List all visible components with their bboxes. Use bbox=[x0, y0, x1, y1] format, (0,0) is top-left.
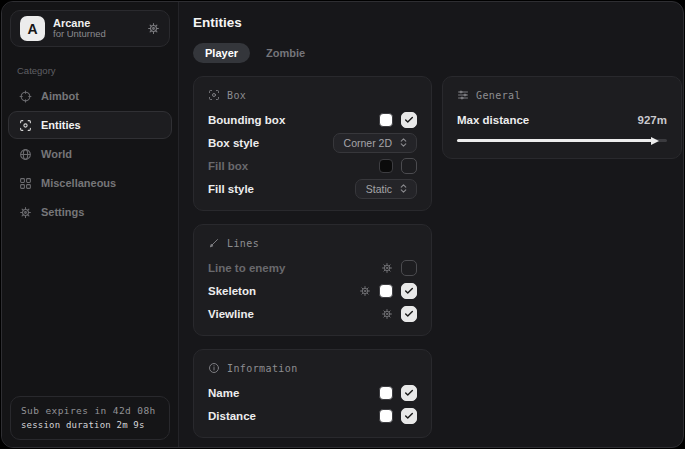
row-settings-gear-icon[interactable] bbox=[359, 285, 371, 297]
sidebar-item-settings[interactable]: Settings bbox=[8, 198, 172, 226]
gear-icon bbox=[19, 206, 32, 219]
sidebar-item-label: Miscellaneous bbox=[41, 177, 116, 189]
fill-style-dropdown[interactable]: Static bbox=[355, 179, 417, 199]
sidebar-item-label: Settings bbox=[41, 206, 84, 218]
tab-zombie[interactable]: Zombie bbox=[254, 43, 317, 63]
category-label: Category bbox=[17, 65, 163, 76]
lines-card-header: Lines bbox=[208, 237, 417, 249]
checkbox-unchecked[interactable] bbox=[401, 260, 417, 276]
setting-label: Box style bbox=[208, 137, 259, 149]
gear-icon[interactable] bbox=[147, 22, 160, 35]
right-column: General Max distance 927m bbox=[442, 76, 682, 159]
app-window: A Arcane for Unturned Category Aimbot En… bbox=[1, 1, 684, 448]
main-content: Entities Player Zombie Box Bounding box bbox=[179, 2, 684, 447]
color-swatch[interactable] bbox=[379, 159, 393, 173]
app-logo: A bbox=[20, 16, 45, 41]
brand-text: Arcane for Unturned bbox=[53, 17, 139, 41]
setting-label: Name bbox=[208, 387, 239, 399]
box-card: Box Bounding box Box style bbox=[193, 76, 432, 211]
setting-label: Max distance bbox=[457, 114, 529, 126]
setting-row-distance: Distance bbox=[208, 405, 417, 426]
session-duration-text: session duration 2m 9s bbox=[21, 419, 159, 433]
info-icon bbox=[208, 362, 220, 374]
sidebar-item-world[interactable]: World bbox=[8, 140, 172, 168]
setting-label: Bounding box bbox=[208, 114, 285, 126]
scan-icon bbox=[19, 119, 32, 132]
tab-player[interactable]: Player bbox=[193, 43, 250, 63]
subscription-status: Sub expires in 42d 08h session duration … bbox=[10, 396, 170, 440]
color-swatch[interactable] bbox=[379, 386, 393, 400]
setting-row-line-to-enemy: Line to enemy bbox=[208, 257, 417, 278]
setting-label: Distance bbox=[208, 410, 256, 422]
setting-row-skeleton: Skeleton bbox=[208, 280, 417, 301]
setting-row-max-distance: Max distance 927m bbox=[457, 109, 667, 131]
row-settings-gear-icon[interactable] bbox=[381, 308, 393, 320]
general-card-header: General bbox=[457, 89, 667, 101]
information-card: Information Name Distance bbox=[193, 349, 432, 438]
color-swatch[interactable] bbox=[379, 113, 393, 127]
slider-handle[interactable] bbox=[651, 137, 659, 145]
setting-row-box-style: Box style Corner 2D bbox=[208, 132, 417, 153]
setting-row-viewline: Viewline bbox=[208, 303, 417, 324]
dropdown-value: Corner 2D bbox=[344, 137, 392, 149]
card-title: General bbox=[476, 90, 521, 101]
grid-icon bbox=[19, 177, 32, 190]
information-card-header: Information bbox=[208, 362, 417, 374]
setting-row-fill-style: Fill style Static bbox=[208, 178, 417, 199]
logo-letter: A bbox=[27, 21, 37, 37]
line-icon bbox=[208, 237, 220, 249]
checkbox-checked[interactable] bbox=[401, 408, 417, 424]
tab-bar: Player Zombie bbox=[193, 43, 682, 63]
dropdown-value: Static bbox=[366, 183, 392, 195]
lines-card: Lines Line to enemy Skeleton bbox=[193, 224, 432, 336]
brand-subtitle: for Unturned bbox=[53, 29, 139, 40]
sidebar-item-label: World bbox=[41, 148, 72, 160]
setting-row-fill-box: Fill box bbox=[208, 155, 417, 176]
left-column: Box Bounding box Box style bbox=[193, 76, 432, 438]
sub-expiry-text: Sub expires in 42d 08h bbox=[21, 404, 159, 418]
setting-label: Viewline bbox=[208, 308, 254, 320]
card-title: Information bbox=[227, 363, 298, 374]
general-card: General Max distance 927m bbox=[442, 76, 682, 159]
slider-fill bbox=[457, 139, 652, 142]
sidebar: A Arcane for Unturned Category Aimbot En… bbox=[2, 2, 179, 447]
sidebar-item-label: Aimbot bbox=[41, 90, 79, 102]
setting-row-name: Name bbox=[208, 382, 417, 403]
row-settings-gear-icon[interactable] bbox=[381, 262, 393, 274]
card-title: Lines bbox=[227, 238, 259, 249]
brand-card: A Arcane for Unturned bbox=[10, 10, 170, 47]
card-columns: Box Bounding box Box style bbox=[193, 76, 682, 438]
setting-label: Fill box bbox=[208, 160, 248, 172]
setting-row-bounding-box: Bounding box bbox=[208, 109, 417, 130]
slider-value: 927m bbox=[638, 114, 667, 126]
color-swatch[interactable] bbox=[379, 409, 393, 423]
box-corners-icon bbox=[208, 89, 220, 101]
setting-label: Fill style bbox=[208, 183, 254, 195]
sidebar-item-label: Entities bbox=[41, 119, 81, 131]
globe-icon bbox=[19, 148, 32, 161]
chevrons-up-down-icon bbox=[398, 137, 409, 148]
checkbox-checked[interactable] bbox=[401, 283, 417, 299]
box-card-header: Box bbox=[208, 89, 417, 101]
setting-label: Line to enemy bbox=[208, 262, 285, 274]
checkbox-checked[interactable] bbox=[401, 385, 417, 401]
setting-label: Skeleton bbox=[208, 285, 256, 297]
checkbox-unchecked[interactable] bbox=[401, 158, 417, 174]
sidebar-item-aimbot[interactable]: Aimbot bbox=[8, 82, 172, 110]
checkbox-checked[interactable] bbox=[401, 306, 417, 322]
sidebar-item-miscellaneous[interactable]: Miscellaneous bbox=[8, 169, 172, 197]
checkbox-checked[interactable] bbox=[401, 112, 417, 128]
page-title: Entities bbox=[193, 15, 682, 30]
sliders-icon bbox=[457, 89, 469, 101]
sidebar-item-entities[interactable]: Entities bbox=[8, 111, 172, 139]
box-style-dropdown[interactable]: Corner 2D bbox=[333, 133, 417, 153]
color-swatch[interactable] bbox=[379, 284, 393, 298]
crosshair-icon bbox=[19, 90, 32, 103]
chevrons-up-down-icon bbox=[398, 183, 409, 194]
max-distance-slider[interactable] bbox=[457, 133, 667, 147]
card-title: Box bbox=[227, 90, 246, 101]
sidebar-nav: Aimbot Entities World Miscellaneous bbox=[2, 82, 178, 226]
